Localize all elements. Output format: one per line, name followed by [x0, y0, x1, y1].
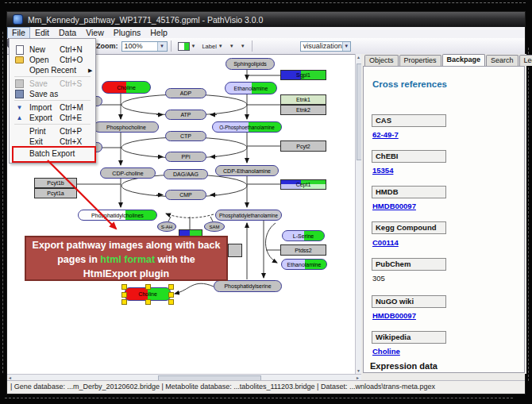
menu-edit[interactable]: Edit	[30, 28, 54, 38]
menu-plugins[interactable]: Plugins	[109, 28, 145, 38]
menu-item-import[interactable]: ▼ ImportCtrl+M	[10, 102, 93, 113]
node-s-ah[interactable]: S-AH	[157, 221, 176, 232]
title-bar[interactable]: Mm_Kennedy_pathway_WP1771_45176.gpml - P…	[7, 12, 525, 27]
node-ethanolamine-bottom[interactable]: Ethanolamine	[281, 259, 327, 270]
backpage-panel[interactable]: Cross references CAS 62-49-7 ChEBI 15354…	[363, 66, 525, 373]
node-cdp-choline[interactable]: CDP-choline	[100, 167, 156, 179]
border-artifact-left	[2, 32, 3, 373]
zoom-combobox[interactable]: 100% ▼	[121, 41, 168, 52]
node-cept1[interactable]: Cept1	[280, 179, 326, 190]
node-ptdss2[interactable]: Ptdss2	[280, 244, 326, 256]
file-menu-popup: NewCtrl+N OpenCtrl+O Open Recent ▶ SaveC…	[9, 38, 96, 164]
node-label: PPi	[182, 154, 191, 160]
selection-handle[interactable]	[145, 299, 151, 305]
menu-item-save[interactable]: SaveCtrl+S	[10, 79, 93, 89]
backpage-link-kegg[interactable]: C00114	[372, 238, 399, 247]
node-phosphocholine[interactable]: Phosphocholine	[94, 121, 159, 133]
connector-tool-button[interactable]: ▼	[237, 42, 249, 50]
align-vertical-center-button[interactable]	[262, 44, 268, 48]
connector-dropdown-icon[interactable]: ▼	[241, 44, 245, 48]
save-icon	[15, 79, 24, 88]
label-dropdown-icon[interactable]: ▼	[218, 44, 223, 48]
node-label: L-Serine	[293, 233, 314, 239]
tab-objects[interactable]: Objects	[364, 55, 399, 66]
selection-handle[interactable]	[145, 284, 151, 290]
node-cmp[interactable]: CMP	[165, 190, 206, 200]
backpage-link-wikipedia[interactable]: Choline	[372, 347, 400, 356]
selection-handle[interactable]	[168, 284, 174, 290]
node-l-serine[interactable]: L-Serine	[282, 230, 325, 241]
node-label: Pcyt1b	[47, 180, 64, 186]
menu-item-open[interactable]: OpenCtrl+O	[10, 55, 93, 65]
node-atp[interactable]: ATP	[165, 110, 206, 120]
backpage-link-chebi[interactable]: 15354	[372, 166, 393, 175]
node-ppi[interactable]: PPi	[165, 152, 206, 162]
selection-handle[interactable]	[168, 299, 174, 305]
menu-item-new[interactable]: NewCtrl+N	[10, 44, 93, 55]
node-etnk2[interactable]: Etnk2	[280, 105, 326, 115]
zoom-value: 100%	[125, 42, 143, 50]
node-sgpl1[interactable]: Sgpl1	[280, 70, 326, 80]
node-hidden-partial[interactable]	[228, 244, 242, 257]
node-label: Phosphatidylethanolamine	[219, 213, 278, 218]
tab-search[interactable]: Search	[486, 55, 519, 66]
selection-handle[interactable]	[121, 292, 127, 298]
tab-legend[interactable]: Legend	[519, 55, 532, 66]
menu-item-save-as[interactable]: Save as	[10, 89, 93, 99]
scroll-down-icon[interactable]: ▼	[357, 367, 360, 374]
backpage-link-cas[interactable]: 62-49-7	[372, 130, 399, 139]
node-phosphatidylcholines[interactable]: Phosphatidylcholines	[78, 210, 157, 221]
menu-item-print[interactable]: PrintCtrl+P	[10, 126, 93, 137]
node-label: Choline	[117, 85, 136, 90]
selection-handle[interactable]	[121, 284, 127, 290]
node-pcyt1b[interactable]: Pcyt1b	[34, 178, 77, 188]
menu-file[interactable]: File	[7, 27, 30, 39]
align-horizontal-center-button[interactable]	[256, 44, 262, 48]
selection-handle[interactable]	[168, 292, 174, 298]
node-phosphatidylserine[interactable]: Phosphatidylserine	[214, 280, 282, 292]
menu-help[interactable]: Help	[145, 28, 172, 38]
node-etnk1[interactable]: Etnk1	[280, 94, 326, 105]
new-label-button[interactable]: Label ▼	[199, 41, 226, 52]
menu-view[interactable]: View	[81, 28, 109, 38]
node-dag-aag[interactable]: DAG/AAG	[164, 169, 208, 179]
scroll-up-icon[interactable]: ▲	[357, 54, 360, 60]
node-ethanolamine[interactable]: Ethanolamine	[225, 82, 277, 94]
node-adp[interactable]: ADP	[165, 88, 206, 98]
align-top-button[interactable]	[281, 44, 287, 48]
node-sphingolipids[interactable]: Sphingolipids	[226, 58, 275, 70]
node-label: Etnk2	[296, 107, 310, 113]
tab-backpage[interactable]: Backpage	[442, 54, 486, 66]
node-ctp[interactable]: CTP	[165, 131, 206, 141]
tab-properties[interactable]: Properties	[399, 55, 441, 66]
stack-horizontal-button[interactable]	[275, 44, 281, 48]
node-pcyt1a[interactable]: Pcyt1a	[34, 188, 77, 198]
node-cdp-ethanolamine[interactable]: CDP-Ethanolamine	[215, 165, 279, 176]
selection-handle[interactable]	[121, 299, 127, 305]
zoom-dropdown-icon[interactable]: ▼	[157, 42, 167, 51]
new-datanode-button[interactable]: ▼	[175, 40, 199, 52]
visualization-combobox[interactable]: visualization ▼	[300, 41, 351, 52]
backpage-link-hmdb[interactable]: HMDB00097	[372, 202, 416, 210]
node-pcyt2[interactable]: Pcyt2	[280, 140, 326, 152]
backpage-section-kegg: Kegg Compound	[372, 221, 446, 234]
menu-item-export[interactable]: ▲ ExportCtrl+E	[10, 113, 93, 123]
line-dropdown-icon[interactable]: ▼	[229, 44, 234, 48]
side-panel: Objects Properties Backpage Search Legen…	[361, 54, 526, 374]
stack-vertical-button[interactable]	[268, 44, 275, 48]
node-o-phosphoethanolamine[interactable]: O-Phosphoethanolamine	[212, 121, 282, 133]
menu-data[interactable]: Data	[54, 28, 81, 38]
line-tool-button[interactable]: ▼	[226, 42, 237, 50]
status-text: | Gene database: ...m_Derby_20120602.bri…	[10, 383, 435, 391]
visualization-dropdown-icon[interactable]: ▼	[342, 42, 350, 51]
node-sam[interactable]: SAM	[204, 221, 225, 232]
menu-item-open-recent[interactable]: Open Recent ▶	[10, 65, 93, 75]
node-choline[interactable]: Choline	[102, 81, 151, 94]
node-label: Phosphatidylserine	[224, 283, 271, 289]
node-label: CTP	[180, 133, 191, 139]
datanode-dropdown-icon[interactable]: ▼	[191, 44, 196, 48]
node-phosphatidylethanolamine[interactable]: Phosphatidylethanolamine	[215, 210, 282, 221]
group-button[interactable]	[287, 44, 294, 48]
backpage-link-nugo[interactable]: HMDB00097	[372, 311, 416, 320]
backpage-section-cas: CAS	[372, 114, 446, 127]
